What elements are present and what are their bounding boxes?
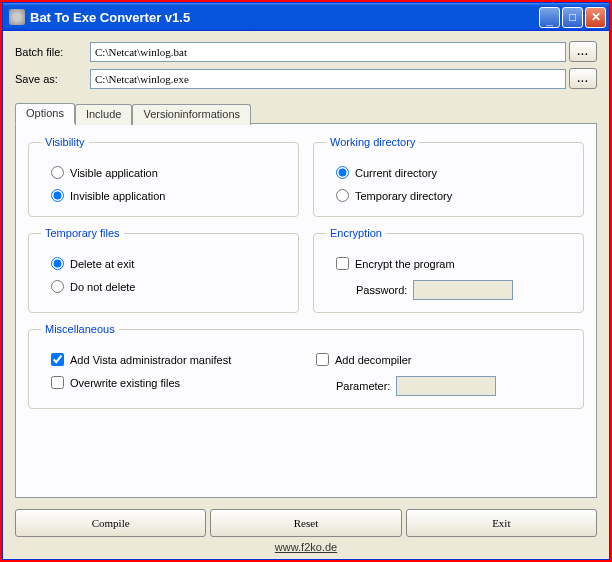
delete-temp-radio[interactable] — [51, 257, 64, 270]
misc-group: Miscellaneous Add Vista administrador ma… — [28, 323, 584, 409]
parameter-label: Parameter: — [336, 380, 390, 392]
app-window: Bat To Exe Converter v1.5 _ □ ✕ Batch fi… — [2, 2, 610, 560]
vista-manifest-checkbox[interactable] — [51, 353, 64, 366]
tab-version[interactable]: Versioninformations — [132, 104, 251, 125]
batch-file-label: Batch file: — [15, 46, 90, 58]
working-dir-legend: Working directory — [326, 136, 419, 148]
minimize-button[interactable]: _ — [539, 7, 560, 28]
current-dir-radio[interactable] — [336, 166, 349, 179]
working-dir-group: Working directory Current directory Temp… — [313, 136, 584, 217]
reset-button[interactable]: Reset — [210, 509, 401, 537]
visible-label: Visible application — [70, 167, 158, 179]
misc-legend: Miscellaneous — [41, 323, 119, 335]
close-button[interactable]: ✕ — [585, 7, 606, 28]
tab-include[interactable]: Include — [75, 104, 132, 125]
window-title: Bat To Exe Converter v1.5 — [30, 10, 539, 25]
overwrite-label: Overwrite existing files — [70, 377, 180, 389]
temp-files-group: Temporary files Delete at exit Do not de… — [28, 227, 299, 313]
visible-radio[interactable] — [51, 166, 64, 179]
options-panel: Visibility Visible application Invisible… — [15, 123, 597, 498]
client-area: Batch file: ... Save as: ... Options Inc… — [3, 31, 609, 559]
vista-manifest-label: Add Vista administrador manifest — [70, 354, 231, 366]
password-label: Password: — [356, 284, 407, 296]
visibility-group: Visibility Visible application Invisible… — [28, 136, 299, 217]
batch-browse-button[interactable]: ... — [569, 41, 597, 62]
save-as-input[interactable] — [90, 69, 566, 89]
keep-temp-radio[interactable] — [51, 280, 64, 293]
app-icon — [9, 9, 25, 25]
titlebar[interactable]: Bat To Exe Converter v1.5 _ □ ✕ — [3, 3, 609, 31]
save-as-browse-button[interactable]: ... — [569, 68, 597, 89]
current-dir-label: Current directory — [355, 167, 437, 179]
decompiler-label: Add decompiler — [335, 354, 411, 366]
password-input[interactable] — [413, 280, 513, 300]
tab-strip: Options Include Versioninformations — [15, 103, 597, 124]
keep-temp-label: Do not delete — [70, 281, 135, 293]
encryption-legend: Encryption — [326, 227, 386, 239]
visibility-legend: Visibility — [41, 136, 89, 148]
compile-button[interactable]: Compile — [15, 509, 206, 537]
exit-button[interactable]: Exit — [406, 509, 597, 537]
encrypt-label: Encrypt the program — [355, 258, 455, 270]
button-bar: Compile Reset Exit — [15, 509, 597, 537]
temp-files-legend: Temporary files — [41, 227, 124, 239]
tab-options[interactable]: Options — [15, 103, 75, 124]
batch-file-row: Batch file: ... — [15, 41, 597, 62]
save-as-row: Save as: ... — [15, 68, 597, 89]
invisible-radio[interactable] — [51, 189, 64, 202]
decompiler-checkbox[interactable] — [316, 353, 329, 366]
temp-dir-radio[interactable] — [336, 189, 349, 202]
footer-link[interactable]: www.f2ko.de — [275, 541, 337, 553]
footer: www.f2ko.de — [15, 541, 597, 553]
encryption-group: Encryption Encrypt the program Password: — [313, 227, 584, 313]
encrypt-checkbox[interactable] — [336, 257, 349, 270]
overwrite-checkbox[interactable] — [51, 376, 64, 389]
parameter-input[interactable] — [396, 376, 496, 396]
delete-temp-label: Delete at exit — [70, 258, 134, 270]
batch-file-input[interactable] — [90, 42, 566, 62]
save-as-label: Save as: — [15, 73, 90, 85]
invisible-label: Invisible application — [70, 190, 165, 202]
maximize-button[interactable]: □ — [562, 7, 583, 28]
temp-dir-label: Temporary directory — [355, 190, 452, 202]
